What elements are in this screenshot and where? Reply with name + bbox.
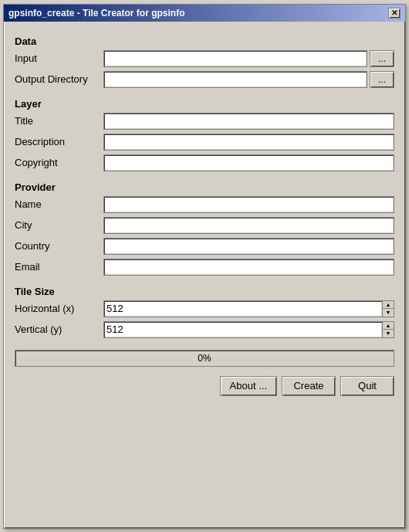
output-dir-field[interactable] bbox=[103, 71, 367, 88]
city-row: City bbox=[15, 217, 394, 234]
layer-section-label: Layer bbox=[15, 98, 394, 110]
horizontal-spinbox: ▲ ▼ bbox=[103, 300, 394, 317]
content-area: Data Input ... Output Directory ... Laye… bbox=[4, 22, 405, 528]
progress-bar: 0% bbox=[15, 350, 394, 367]
description-label: Description bbox=[15, 136, 103, 147]
window-title: gpsinfo_create - Tile Creator for gpsinf… bbox=[8, 8, 184, 19]
horizontal-spin-buttons: ▲ ▼ bbox=[382, 300, 394, 317]
create-button[interactable]: Create bbox=[282, 376, 336, 396]
vertical-input[interactable] bbox=[103, 321, 382, 338]
copyright-field[interactable] bbox=[103, 154, 394, 171]
vertical-label: Vertical (y) bbox=[15, 324, 103, 335]
email-row: Email bbox=[15, 259, 394, 276]
title-label: Title bbox=[15, 115, 103, 127]
copyright-label: Copyright bbox=[15, 157, 103, 168]
tilesize-section-label: Tile Size bbox=[15, 286, 394, 297]
name-row: Name bbox=[15, 196, 394, 213]
title-row: Title bbox=[15, 113, 394, 130]
close-button[interactable]: ✕ bbox=[388, 8, 401, 19]
input-row: Input ... bbox=[15, 50, 394, 67]
input-label: Input bbox=[15, 53, 103, 64]
copyright-row: Copyright bbox=[15, 154, 394, 171]
output-dir-row: Output Directory ... bbox=[15, 71, 394, 88]
city-field[interactable] bbox=[103, 217, 394, 234]
name-field[interactable] bbox=[103, 196, 394, 213]
name-label: Name bbox=[15, 198, 103, 210]
description-row: Description bbox=[15, 134, 394, 151]
main-window: gpsinfo_create - Tile Creator for gpsinf… bbox=[3, 4, 406, 529]
country-field[interactable] bbox=[103, 238, 394, 255]
input-field[interactable] bbox=[103, 50, 367, 67]
horizontal-spin-down[interactable]: ▼ bbox=[383, 309, 394, 317]
output-dir-label: Output Directory bbox=[15, 73, 103, 85]
vertical-row: Vertical (y) ▲ ▼ bbox=[15, 321, 394, 338]
button-row: About ... Create Quit bbox=[15, 376, 394, 402]
title-field[interactable] bbox=[103, 113, 394, 130]
email-field[interactable] bbox=[103, 259, 394, 276]
horizontal-row: Horizontal (x) ▲ ▼ bbox=[15, 300, 394, 317]
vertical-spin-buttons: ▲ ▼ bbox=[382, 321, 394, 338]
vertical-spinbox: ▲ ▼ bbox=[103, 321, 394, 338]
input-browse-button[interactable]: ... bbox=[370, 50, 394, 67]
country-label: Country bbox=[15, 240, 103, 252]
progress-label: 0% bbox=[198, 353, 211, 364]
vertical-spin-down[interactable]: ▼ bbox=[383, 330, 394, 337]
city-label: City bbox=[15, 219, 103, 231]
horizontal-label: Horizontal (x) bbox=[15, 303, 103, 314]
title-bar: gpsinfo_create - Tile Creator for gpsinf… bbox=[4, 5, 405, 22]
provider-section-label: Provider bbox=[15, 181, 394, 193]
description-field[interactable] bbox=[103, 134, 394, 151]
output-dir-browse-button[interactable]: ... bbox=[370, 71, 394, 88]
horizontal-spin-up[interactable]: ▲ bbox=[383, 301, 394, 310]
data-section-label: Data bbox=[15, 36, 394, 47]
horizontal-input[interactable] bbox=[103, 300, 382, 317]
quit-button[interactable]: Quit bbox=[340, 376, 394, 396]
vertical-spin-up[interactable]: ▲ bbox=[383, 322, 394, 330]
country-row: Country bbox=[15, 238, 394, 255]
about-button[interactable]: About ... bbox=[220, 376, 277, 396]
email-label: Email bbox=[15, 261, 103, 273]
